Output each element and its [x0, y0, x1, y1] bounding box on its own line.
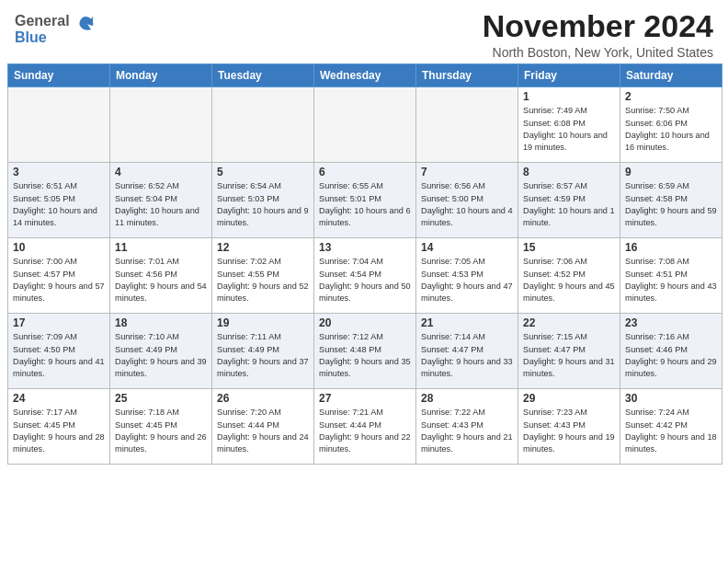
day-number: 10 [13, 241, 105, 254]
day-number: 4 [115, 166, 207, 178]
day-number: 3 [13, 166, 105, 178]
calendar-day-cell: 8Sunrise: 6:57 AM Sunset: 4:59 PM Daylig… [518, 163, 620, 238]
day-number: 7 [421, 166, 513, 178]
calendar-day-cell: 6Sunrise: 6:55 AM Sunset: 5:01 PM Daylig… [314, 163, 416, 238]
subtitle: North Boston, New York, United States [483, 45, 713, 60]
day-number: 13 [319, 241, 411, 254]
calendar-day-cell: 18Sunrise: 7:10 AM Sunset: 4:49 PM Dayli… [110, 314, 212, 389]
day-number: 15 [523, 241, 615, 254]
logo-icon [73, 13, 98, 39]
calendar-day-cell: 4Sunrise: 6:52 AM Sunset: 5:04 PM Daylig… [110, 163, 212, 238]
day-number: 19 [217, 316, 309, 329]
day-number: 16 [625, 241, 717, 254]
day-number: 5 [217, 166, 309, 178]
day-info: Sunrise: 7:06 AM Sunset: 4:52 PM Dayligh… [523, 256, 615, 304]
main-title: November 2024 [483, 9, 713, 43]
calendar-day-cell: 20Sunrise: 7:12 AM Sunset: 4:48 PM Dayli… [314, 314, 416, 389]
calendar-day-cell: 3Sunrise: 6:51 AM Sunset: 5:05 PM Daylig… [8, 163, 110, 238]
day-number: 20 [319, 316, 411, 329]
calendar-day-cell: 19Sunrise: 7:11 AM Sunset: 4:49 PM Dayli… [212, 314, 314, 389]
header-monday: Monday [110, 64, 212, 87]
calendar-header-row: Sunday Monday Tuesday Wednesday Thursday… [8, 64, 722, 87]
calendar-day-cell [8, 87, 110, 163]
day-number: 23 [625, 316, 717, 329]
header-friday: Friday [518, 64, 620, 87]
calendar-day-cell [110, 87, 212, 163]
calendar-week-row: 10Sunrise: 7:00 AM Sunset: 4:57 PM Dayli… [8, 238, 722, 314]
day-info: Sunrise: 7:10 AM Sunset: 4:49 PM Dayligh… [115, 331, 207, 380]
day-info: Sunrise: 7:20 AM Sunset: 4:44 PM Dayligh… [217, 407, 309, 455]
day-number: 24 [13, 392, 105, 405]
day-info: Sunrise: 6:55 AM Sunset: 5:01 PM Dayligh… [319, 180, 411, 229]
day-info: Sunrise: 7:22 AM Sunset: 4:43 PM Dayligh… [421, 407, 513, 455]
day-info: Sunrise: 6:59 AM Sunset: 4:58 PM Dayligh… [625, 180, 717, 229]
day-info: Sunrise: 7:24 AM Sunset: 4:42 PM Dayligh… [625, 407, 717, 455]
calendar-day-cell: 2Sunrise: 7:50 AM Sunset: 6:06 PM Daylig… [620, 87, 722, 163]
calendar-week-row: 17Sunrise: 7:09 AM Sunset: 4:50 PM Dayli… [8, 314, 722, 389]
calendar-day-cell: 9Sunrise: 6:59 AM Sunset: 4:58 PM Daylig… [620, 163, 722, 238]
calendar-day-cell [314, 87, 416, 163]
day-info: Sunrise: 6:57 AM Sunset: 4:59 PM Dayligh… [523, 180, 615, 229]
day-number: 9 [625, 166, 717, 178]
day-info: Sunrise: 7:08 AM Sunset: 4:51 PM Dayligh… [625, 256, 717, 304]
calendar-day-cell: 26Sunrise: 7:20 AM Sunset: 4:44 PM Dayli… [212, 389, 314, 465]
calendar-day-cell: 27Sunrise: 7:21 AM Sunset: 4:44 PM Dayli… [314, 389, 416, 465]
calendar-day-cell: 28Sunrise: 7:22 AM Sunset: 4:43 PM Dayli… [416, 389, 518, 465]
calendar-day-cell: 11Sunrise: 7:01 AM Sunset: 4:56 PM Dayli… [110, 238, 212, 314]
calendar-day-cell: 10Sunrise: 7:00 AM Sunset: 4:57 PM Dayli… [8, 238, 110, 314]
calendar-day-cell: 25Sunrise: 7:18 AM Sunset: 4:45 PM Dayli… [110, 389, 212, 465]
day-info: Sunrise: 7:01 AM Sunset: 4:56 PM Dayligh… [115, 256, 207, 304]
calendar-day-cell [212, 87, 314, 163]
day-number: 14 [421, 241, 513, 254]
header-tuesday: Tuesday [212, 64, 314, 87]
logo-text: General [15, 13, 70, 29]
day-number: 2 [625, 90, 717, 103]
day-info: Sunrise: 7:23 AM Sunset: 4:43 PM Dayligh… [523, 407, 615, 455]
calendar-day-cell: 17Sunrise: 7:09 AM Sunset: 4:50 PM Dayli… [8, 314, 110, 389]
day-info: Sunrise: 7:12 AM Sunset: 4:48 PM Dayligh… [319, 331, 411, 380]
day-number: 30 [625, 392, 717, 405]
calendar-day-cell: 1Sunrise: 7:49 AM Sunset: 6:08 PM Daylig… [518, 87, 620, 163]
calendar-day-cell: 24Sunrise: 7:17 AM Sunset: 4:45 PM Dayli… [8, 389, 110, 465]
header-saturday: Saturday [620, 64, 722, 87]
day-info: Sunrise: 6:56 AM Sunset: 5:00 PM Dayligh… [421, 180, 513, 229]
logo-blue-text: Blue [15, 29, 47, 46]
title-area: November 2024 North Boston, New York, Un… [483, 9, 713, 60]
calendar-day-cell: 23Sunrise: 7:16 AM Sunset: 4:46 PM Dayli… [620, 314, 722, 389]
day-info: Sunrise: 7:21 AM Sunset: 4:44 PM Dayligh… [319, 407, 411, 455]
day-info: Sunrise: 7:11 AM Sunset: 4:49 PM Dayligh… [217, 331, 309, 380]
calendar-day-cell: 29Sunrise: 7:23 AM Sunset: 4:43 PM Dayli… [518, 389, 620, 465]
calendar-day-cell: 21Sunrise: 7:14 AM Sunset: 4:47 PM Dayli… [416, 314, 518, 389]
day-info: Sunrise: 7:09 AM Sunset: 4:50 PM Dayligh… [13, 331, 105, 380]
day-info: Sunrise: 7:14 AM Sunset: 4:47 PM Dayligh… [421, 331, 513, 380]
day-number: 1 [523, 90, 615, 103]
calendar-week-row: 24Sunrise: 7:17 AM Sunset: 4:45 PM Dayli… [8, 389, 722, 465]
day-info: Sunrise: 7:18 AM Sunset: 4:45 PM Dayligh… [115, 407, 207, 455]
calendar-day-cell: 12Sunrise: 7:02 AM Sunset: 4:55 PM Dayli… [212, 238, 314, 314]
day-info: Sunrise: 7:15 AM Sunset: 4:47 PM Dayligh… [523, 331, 615, 380]
day-number: 26 [217, 392, 309, 405]
day-number: 18 [115, 316, 207, 329]
day-info: Sunrise: 7:04 AM Sunset: 4:54 PM Dayligh… [319, 256, 411, 304]
calendar-day-cell: 13Sunrise: 7:04 AM Sunset: 4:54 PM Dayli… [314, 238, 416, 314]
calendar-day-cell: 30Sunrise: 7:24 AM Sunset: 4:42 PM Dayli… [620, 389, 722, 465]
calendar-day-cell: 22Sunrise: 7:15 AM Sunset: 4:47 PM Dayli… [518, 314, 620, 389]
day-number: 6 [319, 166, 411, 178]
day-number: 28 [421, 392, 513, 405]
day-number: 25 [115, 392, 207, 405]
calendar-week-row: 3Sunrise: 6:51 AM Sunset: 5:05 PM Daylig… [8, 163, 722, 238]
day-number: 22 [523, 316, 615, 329]
day-number: 11 [115, 241, 207, 254]
calendar-day-cell: 5Sunrise: 6:54 AM Sunset: 5:03 PM Daylig… [212, 163, 314, 238]
calendar-day-cell [416, 87, 518, 163]
calendar-day-cell: 16Sunrise: 7:08 AM Sunset: 4:51 PM Dayli… [620, 238, 722, 314]
header-wednesday: Wednesday [314, 64, 416, 87]
day-number: 27 [319, 392, 411, 405]
day-number: 21 [421, 316, 513, 329]
calendar-day-cell: 14Sunrise: 7:05 AM Sunset: 4:53 PM Dayli… [416, 238, 518, 314]
day-info: Sunrise: 7:17 AM Sunset: 4:45 PM Dayligh… [13, 407, 105, 455]
day-info: Sunrise: 7:05 AM Sunset: 4:53 PM Dayligh… [421, 256, 513, 304]
day-info: Sunrise: 6:54 AM Sunset: 5:03 PM Dayligh… [217, 180, 309, 229]
calendar-day-cell: 15Sunrise: 7:06 AM Sunset: 4:52 PM Dayli… [518, 238, 620, 314]
day-number: 29 [523, 392, 615, 405]
